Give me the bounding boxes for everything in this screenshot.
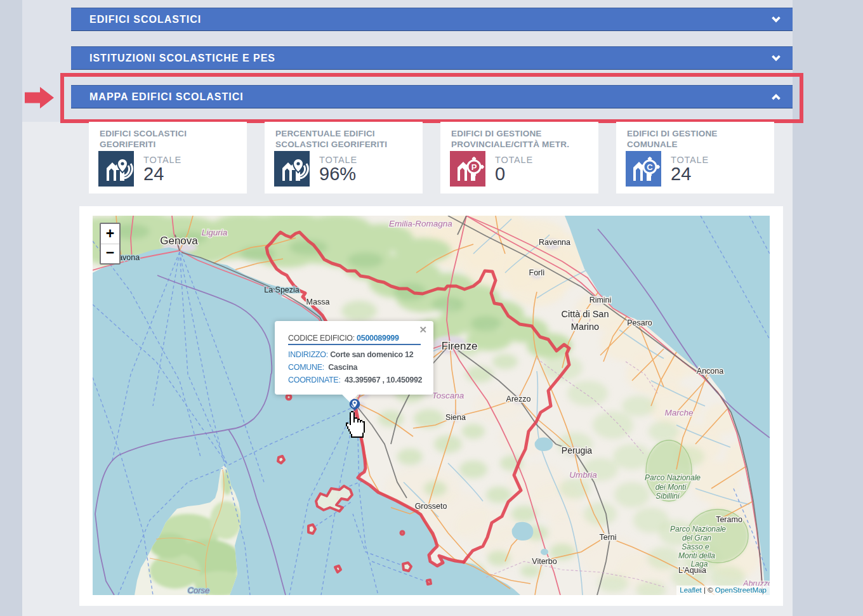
svg-text:Perugia: Perugia	[562, 445, 592, 455]
svg-text:Sibillini: Sibillini	[655, 492, 680, 501]
svg-text:Toscana: Toscana	[432, 391, 464, 400]
svg-text:Parco Nazionale: Parco Nazionale	[645, 473, 701, 482]
svg-text:del Gran: del Gran	[682, 534, 711, 542]
svg-text:Genova: Genova	[160, 235, 198, 247]
svg-text:Ancona: Ancona	[697, 367, 723, 376]
svg-text:Viterbo: Viterbo	[532, 557, 557, 566]
svg-text:Laga: Laga	[691, 560, 708, 568]
svg-text:Parco Nazionale: Parco Nazionale	[670, 525, 726, 534]
svg-text:P: P	[471, 162, 477, 172]
svg-text:Teramo: Teramo	[716, 515, 742, 524]
svg-text:Rimini: Rimini	[590, 296, 612, 305]
svg-text:Massa: Massa	[306, 298, 330, 306]
svg-text:C: C	[647, 162, 653, 172]
svg-text:Ravenna: Ravenna	[539, 238, 570, 247]
svg-text:Liguria: Liguria	[202, 228, 228, 237]
svg-text:Sasso e: Sasso e	[682, 542, 709, 551]
svg-text:Grosseto: Grosseto	[415, 502, 447, 511]
svg-text:Terni: Terni	[599, 533, 616, 542]
svg-text:Monti della: Monti della	[678, 551, 715, 560]
svg-text:Siena: Siena	[445, 413, 466, 422]
svg-text:Marche: Marche	[664, 408, 693, 417]
svg-text:Firenze: Firenze	[442, 340, 478, 352]
svg-text:La Spezia: La Spezia	[264, 285, 300, 294]
svg-text:Città di San: Città di San	[562, 309, 609, 319]
svg-text:Arezzo: Arezzo	[506, 395, 531, 403]
svg-text:Pesaro: Pesaro	[627, 318, 652, 327]
svg-text:Marino: Marino	[571, 322, 599, 332]
svg-text:Forlì: Forlì	[529, 268, 545, 277]
svg-text:Umbria: Umbria	[569, 470, 597, 480]
svg-text:Emilia-Romagna: Emilia-Romagna	[389, 219, 452, 228]
svg-text:Corse: Corse	[188, 586, 210, 595]
svg-text:dei Monti: dei Monti	[655, 483, 687, 492]
